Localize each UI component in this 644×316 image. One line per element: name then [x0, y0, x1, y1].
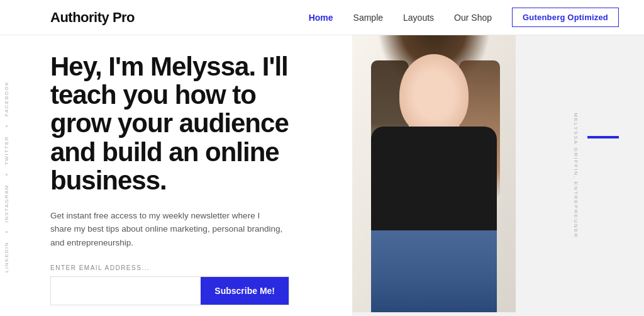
main-content: Hey, I'm Melyssa. I'll teach you how to … — [0, 35, 644, 316]
social-separator-2 — [6, 174, 8, 176]
social-separator-1 — [6, 125, 8, 127]
person-face — [399, 54, 469, 136]
nav-item-layouts[interactable]: Layouts — [403, 13, 434, 23]
social-facebook[interactable]: Facebook — [4, 81, 9, 116]
person-photo — [352, 35, 516, 312]
nav-item-our-shop[interactable]: Our Shop — [454, 13, 492, 23]
hero-left: Hey, I'm Melyssa. I'll teach you how to … — [0, 35, 352, 316]
hero-heading: Hey, I'm Melyssa. I'll teach you how to … — [50, 52, 314, 195]
hero-image-area: Melyssa Griffin, Entrepreuner — [352, 35, 644, 316]
nav-item-sample[interactable]: Sample — [353, 13, 383, 23]
main-nav: Home Sample Layouts Our Shop Gutenberg O… — [309, 8, 619, 27]
social-twitter[interactable]: Twitter — [4, 136, 9, 165]
email-label: Enter Email Address... — [50, 264, 314, 271]
accent-line — [587, 136, 619, 138]
site-logo[interactable]: Authority Pro — [50, 9, 135, 26]
hero-subtext: Get instant free access to my weekly new… — [50, 209, 283, 250]
email-input[interactable] — [51, 278, 201, 305]
person-jeans — [371, 230, 497, 312]
social-separator-3 — [6, 231, 8, 233]
social-sidebar: Facebook Twitter Instagram LinkedIn — [0, 38, 13, 316]
site-header: Authority Pro Home Sample Layouts Our Sh… — [0, 0, 644, 35]
nav-item-home[interactable]: Home — [309, 13, 333, 23]
person-caption: Melyssa Griffin, Entrepreuner — [574, 113, 579, 239]
social-linkedin[interactable]: LinkedIn — [4, 242, 9, 273]
email-form: Subscribe Me! — [50, 276, 289, 305]
subscribe-button[interactable]: Subscribe Me! — [201, 277, 289, 305]
gutenberg-button[interactable]: Gutenberg Optimized — [512, 8, 619, 27]
social-instagram[interactable]: Instagram — [4, 184, 9, 222]
